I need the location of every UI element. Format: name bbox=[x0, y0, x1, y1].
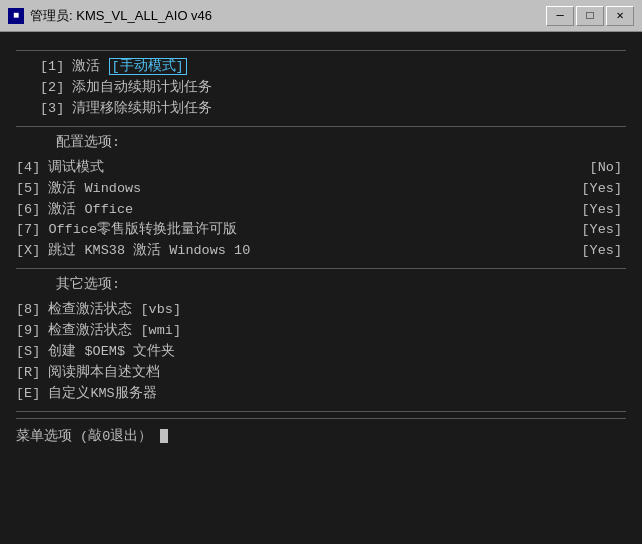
config-item-x: [X] 跳过 KMS38 激活 Windows 10 [Yes] bbox=[16, 241, 626, 262]
item1-key: [1] 激活 bbox=[40, 59, 100, 74]
separator-top bbox=[16, 50, 626, 51]
other-item-9: [9] 检查激活状态 [wmi] bbox=[16, 321, 626, 342]
title-bar-buttons: ─ □ ✕ bbox=[546, 6, 634, 26]
separator-1 bbox=[16, 126, 626, 127]
config-item-7: [7] Office零售版转换批量许可版 [Yes] bbox=[16, 220, 626, 241]
minimize-button[interactable]: ─ bbox=[546, 6, 574, 26]
menu-item-1: [1] 激活 [手动模式] bbox=[40, 57, 626, 78]
menu-item-2: [2] 添加自动续期计划任务 bbox=[40, 78, 626, 99]
config-item-5: [5] 激活 Windows [Yes] bbox=[16, 179, 626, 200]
maximize-button[interactable]: □ bbox=[576, 6, 604, 26]
separator-2 bbox=[16, 268, 626, 269]
close-button[interactable]: ✕ bbox=[606, 6, 634, 26]
terminal-area: [1] 激活 [手动模式] [2] 添加自动续期计划任务 [3] 清理移除续期计… bbox=[0, 32, 642, 544]
other-item-s: [S] 创建 $OEM$ 文件夹 bbox=[16, 342, 626, 363]
menu-item-3: [3] 清理移除续期计划任务 bbox=[40, 99, 626, 120]
config-title: 配置选项: bbox=[16, 133, 626, 154]
other-item-e: [E] 自定义KMS服务器 bbox=[16, 384, 626, 405]
other-items: [8] 检查激活状态 [vbs] [9] 检查激活状态 [wmi] [S] 创建… bbox=[16, 300, 626, 405]
section1: [1] 激活 [手动模式] [2] 添加自动续期计划任务 [3] 清理移除续期计… bbox=[16, 57, 626, 120]
prompt-text: 菜单选项 (敲0退出） bbox=[16, 429, 152, 444]
config-items: [4] 调试模式 [No] [5] 激活 Windows [Yes] [6] 激… bbox=[16, 158, 626, 263]
others-title: 其它选项: bbox=[16, 275, 626, 296]
item2-key: [2] bbox=[40, 80, 72, 95]
config-item-6: [6] 激活 Office [Yes] bbox=[16, 200, 626, 221]
other-item-r: [R] 阅读脚本自述文档 bbox=[16, 363, 626, 384]
item3-key: [3] bbox=[40, 101, 72, 116]
title-bar-text: 管理员: KMS_VL_ALL_AIO v46 bbox=[30, 7, 546, 25]
config-item-4: [4] 调试模式 [No] bbox=[16, 158, 626, 179]
app-icon: ■ bbox=[8, 8, 24, 24]
item1-highlight: [手动模式] bbox=[109, 58, 187, 75]
title-bar: ■ 管理员: KMS_VL_ALL_AIO v46 ─ □ ✕ bbox=[0, 0, 642, 32]
prompt-area: 菜单选项 (敲0退出） bbox=[16, 418, 626, 448]
other-item-8: [8] 检查激活状态 [vbs] bbox=[16, 300, 626, 321]
separator-3 bbox=[16, 411, 626, 412]
cursor bbox=[160, 429, 168, 443]
